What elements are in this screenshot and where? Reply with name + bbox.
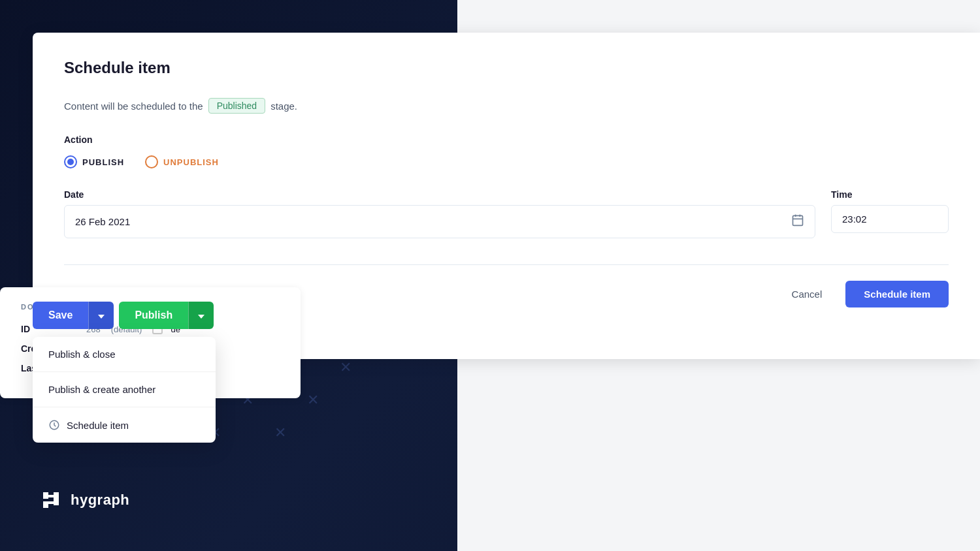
- time-value: 23:02: [842, 213, 867, 225]
- dropdown-item-publish-create-another[interactable]: Publish & create another: [33, 372, 216, 407]
- schedule-description: Content will be scheduled to the Publish…: [64, 98, 949, 114]
- unpublish-radio-option[interactable]: UNPUBLISH: [145, 155, 219, 168]
- schedule-item-button[interactable]: Schedule item: [845, 281, 949, 307]
- publish-dropdown-menu: Publish & close Publish & create another…: [33, 337, 216, 443]
- save-button-group: Save: [33, 302, 114, 329]
- calendar-icon: [791, 213, 804, 230]
- modal-title: Schedule item: [64, 59, 949, 77]
- dropdown-item-publish-close[interactable]: Publish & close: [33, 337, 216, 372]
- published-badge: Published: [208, 98, 266, 114]
- description-prefix: Content will be scheduled to the: [64, 101, 203, 112]
- publish-radio-option[interactable]: PUBLISH: [64, 155, 124, 168]
- logo-text: hygraph: [71, 492, 129, 509]
- hygraph-logo-icon: [39, 488, 63, 512]
- time-field-group: Time 23:02: [831, 189, 949, 238]
- svg-rect-1: [48, 501, 54, 504]
- save-dropdown-button[interactable]: [88, 302, 114, 329]
- date-label: Date: [64, 189, 815, 200]
- date-input[interactable]: 26 Feb 2021: [64, 205, 815, 238]
- toolbar: Save Publish: [33, 302, 214, 329]
- publish-radio-label: PUBLISH: [82, 157, 124, 167]
- date-field-group: Date 26 Feb 2021: [64, 189, 815, 238]
- publish-radio-circle: [64, 155, 77, 168]
- dropdown-item-schedule[interactable]: Schedule item: [33, 407, 216, 443]
- svg-rect-2: [793, 215, 803, 225]
- unpublish-radio-circle: [145, 155, 158, 168]
- unpublish-radio-label: UNPUBLISH: [163, 157, 219, 167]
- date-time-row: Date 26 Feb 2021 Time 23:02: [64, 189, 949, 238]
- description-suffix: stage.: [270, 101, 297, 112]
- dropdown-item-schedule-label: Schedule item: [67, 420, 129, 431]
- publish-dropdown-button[interactable]: [188, 302, 214, 329]
- time-label: Time: [831, 189, 949, 200]
- svg-rect-0: [48, 495, 54, 497]
- logo-area: hygraph: [39, 488, 457, 512]
- time-input[interactable]: 23:02: [831, 205, 949, 233]
- save-chevron-down-icon: [98, 315, 105, 319]
- save-button[interactable]: Save: [33, 302, 88, 329]
- publish-button[interactable]: Publish: [119, 302, 188, 329]
- action-radio-group: PUBLISH UNPUBLISH: [64, 155, 949, 168]
- clock-icon: [48, 419, 60, 431]
- action-label: Action: [64, 134, 949, 145]
- publish-button-group: Publish: [119, 302, 214, 329]
- date-value: 26 Feb 2021: [75, 216, 130, 227]
- cancel-button[interactable]: Cancel: [779, 282, 836, 306]
- publish-chevron-down-icon: [198, 315, 204, 319]
